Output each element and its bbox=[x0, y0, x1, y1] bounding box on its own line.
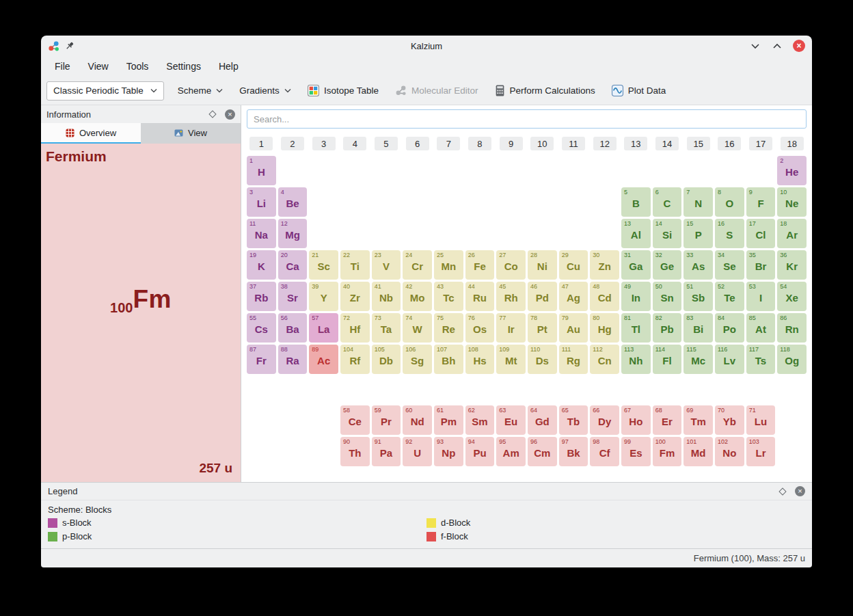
element-Sm[interactable]: 62Sm bbox=[465, 405, 495, 435]
element-Zn[interactable]: 30Zn bbox=[590, 250, 619, 280]
perform-calculations-button[interactable]: Perform Calculations bbox=[492, 81, 598, 101]
element-Co[interactable]: 27Co bbox=[496, 250, 526, 280]
element-Mn[interactable]: 25Mn bbox=[434, 250, 463, 280]
element-Tc[interactable]: 43Tc bbox=[434, 282, 463, 311]
plot-data-button[interactable]: Plot Data bbox=[609, 81, 669, 101]
dock-close-icon[interactable]: × bbox=[225, 109, 235, 120]
element-Zr[interactable]: 40Zr bbox=[340, 282, 370, 311]
element-Lr[interactable]: 103Lr bbox=[746, 437, 776, 466]
element-Ds[interactable]: 110Ds bbox=[528, 345, 557, 374]
element-Lv[interactable]: 116Lv bbox=[715, 345, 744, 374]
element-Np[interactable]: 93Np bbox=[434, 437, 463, 466]
element-Tl[interactable]: 81Tl bbox=[621, 313, 651, 343]
element-Ho[interactable]: 67Ho bbox=[621, 405, 651, 435]
element-Es[interactable]: 99Es bbox=[621, 437, 651, 466]
element-Cu[interactable]: 29Cu bbox=[559, 250, 588, 280]
search-input[interactable] bbox=[247, 109, 807, 129]
element-Th[interactable]: 90Th bbox=[340, 437, 370, 466]
element-Cm[interactable]: 96Cm bbox=[528, 437, 557, 466]
element-Ru[interactable]: 44Ru bbox=[465, 282, 495, 311]
element-C[interactable]: 6C bbox=[653, 187, 682, 217]
element-Mc[interactable]: 115Mc bbox=[683, 345, 713, 374]
element-Lu[interactable]: 71Lu bbox=[746, 405, 776, 435]
element-Pa[interactable]: 91Pa bbox=[372, 437, 401, 466]
scheme-button[interactable]: Scheme bbox=[175, 81, 226, 101]
element-Xe[interactable]: 54Xe bbox=[777, 282, 807, 311]
element-O[interactable]: 8O bbox=[715, 187, 744, 217]
float-dock-icon[interactable] bbox=[208, 110, 216, 118]
element-Ce[interactable]: 58Ce bbox=[340, 405, 370, 435]
element-In[interactable]: 49In bbox=[621, 282, 651, 311]
table-type-select[interactable]: Classic Periodic Table bbox=[46, 81, 164, 101]
element-Ca[interactable]: 20Ca bbox=[278, 250, 308, 280]
element-W[interactable]: 74W bbox=[403, 313, 432, 343]
element-Li[interactable]: 3Li bbox=[247, 187, 276, 217]
menu-view[interactable]: View bbox=[88, 61, 109, 72]
element-Au[interactable]: 79Au bbox=[559, 313, 588, 343]
element-Be[interactable]: 4Be bbox=[278, 187, 308, 217]
element-Ac[interactable]: 89Ac bbox=[309, 345, 338, 374]
element-Sb[interactable]: 51Sb bbox=[683, 282, 713, 311]
element-Sn[interactable]: 50Sn bbox=[653, 282, 682, 311]
element-Fe[interactable]: 26Fe bbox=[465, 250, 495, 280]
element-B[interactable]: 5B bbox=[621, 187, 651, 217]
element-P[interactable]: 15P bbox=[683, 219, 713, 248]
element-Pd[interactable]: 46Pd bbox=[528, 282, 557, 311]
element-Sc[interactable]: 21Sc bbox=[309, 250, 338, 280]
element-Y[interactable]: 39Y bbox=[309, 282, 338, 311]
element-Er[interactable]: 68Er bbox=[653, 405, 682, 435]
element-Bi[interactable]: 83Bi bbox=[683, 313, 713, 343]
element-Nh[interactable]: 113Nh bbox=[621, 345, 651, 374]
element-Rn[interactable]: 86Rn bbox=[777, 313, 807, 343]
element-Ra[interactable]: 88Ra bbox=[278, 345, 308, 374]
element-Yb[interactable]: 70Yb bbox=[715, 405, 744, 435]
isotope-table-button[interactable]: Isotope Table bbox=[305, 81, 381, 101]
element-Ba[interactable]: 56Ba bbox=[278, 313, 308, 343]
element-Re[interactable]: 75Re bbox=[434, 313, 463, 343]
element-Bk[interactable]: 97Bk bbox=[559, 437, 588, 466]
element-He[interactable]: 2He bbox=[777, 156, 807, 185]
element-Fr[interactable]: 87Fr bbox=[247, 345, 276, 374]
element-Hs[interactable]: 108Hs bbox=[465, 345, 495, 374]
element-Ag[interactable]: 47Ag bbox=[559, 282, 588, 311]
element-Ga[interactable]: 31Ga bbox=[621, 250, 651, 280]
element-Rg[interactable]: 111Rg bbox=[559, 345, 588, 374]
element-La[interactable]: 57La bbox=[309, 313, 338, 343]
element-S[interactable]: 16S bbox=[715, 219, 744, 248]
dock-close-icon[interactable]: × bbox=[795, 486, 805, 496]
element-Sg[interactable]: 106Sg bbox=[403, 345, 432, 374]
element-Cf[interactable]: 98Cf bbox=[590, 437, 619, 466]
element-Cn[interactable]: 112Cn bbox=[590, 345, 619, 374]
float-dock-icon[interactable] bbox=[778, 487, 786, 495]
element-Dy[interactable]: 66Dy bbox=[590, 405, 619, 435]
element-Se[interactable]: 34Se bbox=[715, 250, 744, 280]
element-Fm[interactable]: 100Fm bbox=[653, 437, 682, 466]
element-Tb[interactable]: 65Tb bbox=[559, 405, 588, 435]
element-Br[interactable]: 35Br bbox=[746, 250, 776, 280]
menu-file[interactable]: File bbox=[55, 61, 70, 72]
element-Pr[interactable]: 59Pr bbox=[372, 405, 401, 435]
element-No[interactable]: 102No bbox=[715, 437, 744, 466]
element-K[interactable]: 19K bbox=[247, 250, 276, 280]
element-Rf[interactable]: 104Rf bbox=[340, 345, 370, 374]
element-Ts[interactable]: 117Ts bbox=[746, 345, 776, 374]
menu-help[interactable]: Help bbox=[219, 61, 239, 72]
element-Ar[interactable]: 18Ar bbox=[777, 219, 807, 248]
element-Cd[interactable]: 48Cd bbox=[590, 282, 619, 311]
pin-icon[interactable] bbox=[65, 41, 75, 51]
element-Mg[interactable]: 12Mg bbox=[278, 219, 308, 248]
close-button[interactable]: × bbox=[793, 40, 805, 52]
element-Ir[interactable]: 77Ir bbox=[496, 313, 526, 343]
element-Rb[interactable]: 37Rb bbox=[247, 282, 276, 311]
element-Kr[interactable]: 36Kr bbox=[777, 250, 807, 280]
element-F[interactable]: 9F bbox=[746, 187, 776, 217]
element-Am[interactable]: 95Am bbox=[496, 437, 526, 466]
element-Db[interactable]: 105Db bbox=[372, 345, 401, 374]
element-As[interactable]: 33As bbox=[683, 250, 713, 280]
element-I[interactable]: 53I bbox=[746, 282, 776, 311]
element-At[interactable]: 85At bbox=[746, 313, 776, 343]
element-H[interactable]: 1H bbox=[247, 156, 276, 185]
gradients-button[interactable]: Gradients bbox=[236, 81, 294, 101]
shade-down-button[interactable] bbox=[749, 40, 761, 52]
element-Nb[interactable]: 41Nb bbox=[372, 282, 401, 311]
